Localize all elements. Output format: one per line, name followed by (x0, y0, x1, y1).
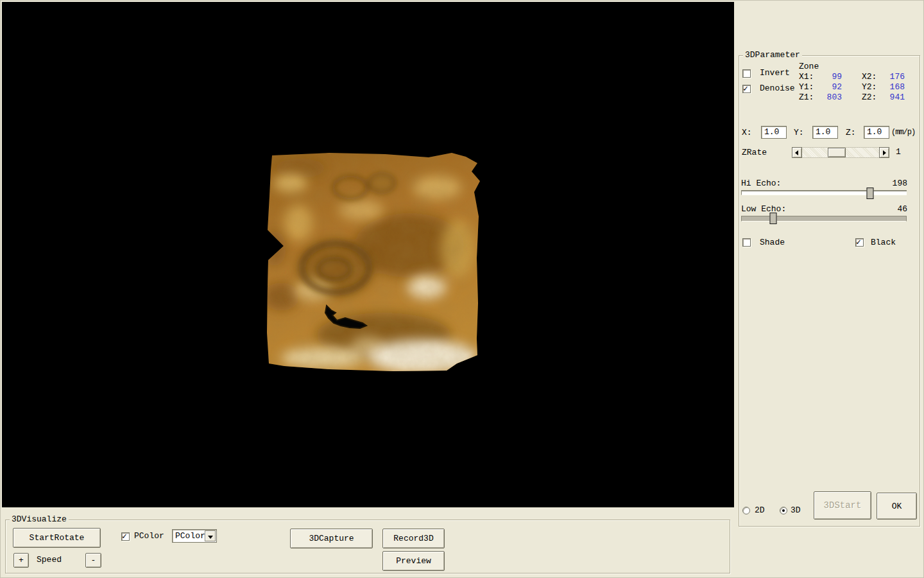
z-scale-label: Z: (846, 128, 856, 138)
zone-title: Zone (799, 62, 905, 72)
zrate-scrollbar[interactable] (792, 147, 889, 158)
zrate-track[interactable] (802, 147, 879, 158)
zone-row-y: Y1: 92 Y2: 168 (799, 82, 905, 92)
speed-minus-button[interactable]: - (85, 553, 101, 568)
zrate-thumb[interactable] (828, 148, 846, 157)
low-echo-slider[interactable] (741, 216, 907, 222)
zrate-value: 1 (896, 147, 901, 157)
shade-checkbox[interactable] (742, 238, 751, 247)
left-arrow-icon (795, 150, 798, 155)
pcolor-checkbox[interactable] (121, 532, 130, 541)
ultrasound-3d-image (265, 152, 482, 371)
zrate-left-arrow-button[interactable] (792, 147, 802, 158)
mode-2d-radio[interactable] (742, 507, 750, 514)
zrate-label: ZRate (742, 148, 767, 158)
parameter-groupbox-title: 3DParameter (743, 50, 802, 60)
x-scale-input[interactable]: 1.0 (761, 126, 787, 139)
pcolor-label: PColor (134, 531, 164, 541)
hi-echo-value: 198 (892, 179, 907, 189)
render-viewport[interactable] (2, 2, 734, 507)
hi-echo-thumb[interactable] (867, 188, 874, 199)
chevron-down-icon (208, 536, 213, 539)
pcolor-dropdown-value: PColor (175, 531, 205, 541)
zone-row-x: X1: 99 X2: 176 (799, 72, 905, 82)
preview-button[interactable]: Preview (382, 551, 445, 571)
low-echo-value: 46 (892, 204, 907, 215)
invert-label: Invert (760, 68, 790, 78)
mode-2d-label: 2D (755, 505, 765, 516)
record3d-button[interactable]: Record3D (382, 529, 445, 548)
zone-readout: Zone X1: 99 X2: 176 Y1: 92 Y2: 168 Z1: 8… (799, 62, 905, 103)
zone-x1-value: 99 (823, 72, 842, 82)
speed-plus-button[interactable]: + (13, 553, 29, 568)
ultrasound-3d-render[interactable] (265, 152, 482, 371)
zone-x2-value: 176 (886, 72, 905, 82)
zone-z1-value: 803 (823, 92, 842, 103)
right-arrow-icon (883, 150, 886, 155)
zone-z1-label: Z1: (799, 92, 823, 103)
zrate-right-arrow-button[interactable] (879, 147, 889, 158)
pcolor-dropdown-button[interactable] (205, 530, 216, 541)
z-scale-input[interactable]: 1.0 (864, 126, 889, 139)
hi-echo-slider[interactable] (741, 190, 907, 195)
start-rotate-button[interactable]: StartRotate (13, 528, 101, 548)
3dstart-button[interactable]: 3DStart (814, 491, 871, 520)
zone-y2-label: Y2: (862, 82, 886, 92)
low-echo-label: Low Echo: (741, 204, 786, 215)
speed-label: Speed (37, 555, 62, 565)
zone-x1-label: X1: (799, 72, 823, 82)
black-checkbox[interactable] (855, 238, 864, 247)
ok-button[interactable]: OK (877, 493, 917, 520)
zone-y2-value: 168 (886, 82, 905, 92)
x-scale-label: X: (742, 128, 752, 138)
3dcapture-button[interactable]: 3DCapture (290, 529, 373, 548)
mode-3d-label: 3D (791, 505, 801, 516)
zone-z2-label: Z2: (862, 92, 886, 103)
visualize-groupbox-title: 3DVisualize (10, 514, 69, 525)
app-window: 3DParameter Invert Denoise Zone X1: 99 X… (0, 0, 924, 578)
low-echo-thumb[interactable] (769, 213, 776, 224)
hi-echo-label: Hi Echo: (741, 179, 781, 189)
invert-checkbox[interactable] (742, 69, 751, 78)
zone-y1-label: Y1: (799, 82, 823, 92)
shade-label: Shade (760, 238, 785, 248)
mode-3d-radio[interactable] (780, 507, 787, 514)
zone-row-z: Z1: 803 Z2: 941 (799, 92, 905, 103)
scale-unit-label: (mm/p) (891, 127, 915, 137)
denoise-checkbox[interactable] (742, 85, 751, 93)
zone-x2-label: X2: (862, 72, 886, 82)
zone-y1-value: 92 (823, 82, 842, 92)
y-scale-input[interactable]: 1.0 (812, 126, 838, 139)
pcolor-dropdown[interactable]: PColor (172, 529, 217, 543)
black-label: Black (871, 238, 896, 248)
denoise-label: Denoise (760, 83, 795, 94)
zone-z2-value: 941 (886, 92, 905, 103)
y-scale-label: Y: (794, 128, 804, 138)
